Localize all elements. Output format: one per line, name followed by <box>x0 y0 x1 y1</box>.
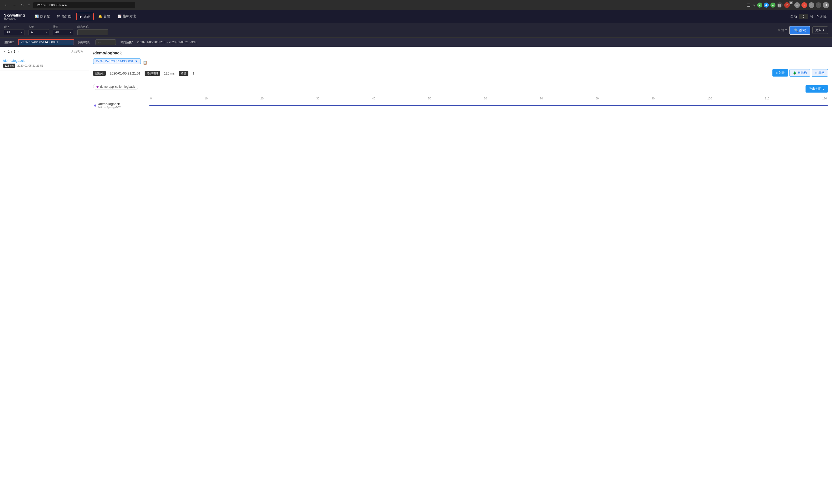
menu-icon[interactable]: ☰ <box>747 3 751 8</box>
nav-dashboard-label: 仪表盘 <box>40 14 50 19</box>
service-tag-row: demo-application-logback 导出为图片 <box>93 84 828 94</box>
duration-input[interactable] <box>96 39 116 45</box>
right-panel: /demo/logback 22.37.15782305114330001 ▼ … <box>89 47 832 504</box>
prev-page-btn[interactable]: ‹ <box>3 49 6 54</box>
logo-sub: Rocketbot <box>4 17 25 20</box>
export-btn[interactable]: 导出为图片 <box>806 85 828 92</box>
instance-filter-group: 实例 All <box>28 25 49 35</box>
duration-label: 持续时间: <box>78 40 91 45</box>
svg-rect-2 <box>778 5 780 7</box>
instance-select-wrapper: All <box>28 29 49 35</box>
table-icon: ⊞ <box>815 71 817 75</box>
compare-icon: 📈 <box>118 15 122 18</box>
status-filter-label: 状态 <box>53 25 73 29</box>
main-layout: ‹ 1 / 1 › 开始时间 ↓ /demo/logback 126 ms 20… <box>0 47 832 504</box>
instance-filter-label: 实例 <box>28 25 49 29</box>
trace-id-row: 22.37.15782305114330001 ▼ 📋 <box>93 58 828 66</box>
chevron-down-icon: ▲ <box>822 28 825 32</box>
timeline-span-row[interactable]: /demo/logback Http – SpringMVC <box>93 102 828 109</box>
seconds-input[interactable] <box>799 14 808 19</box>
auto-label: 自动 <box>790 14 797 19</box>
clear-button[interactable]: ✕ 清空 <box>778 28 787 32</box>
time-range-value: 2020-01-05 20:53:18 ~ 2020-01-05 21:23:1… <box>137 40 197 44</box>
span-meta-label: 跨度 <box>179 71 188 76</box>
user-avatar[interactable]: U <box>823 2 829 8</box>
ext-icon-9[interactable]: ≡ <box>816 2 821 8</box>
duration-meta-label: 持续时间 <box>145 71 160 76</box>
ext-icon-4[interactable] <box>777 2 783 8</box>
scale-50: 50 <box>428 97 431 100</box>
refresh-btn[interactable]: ↻ 刷新 <box>815 13 828 20</box>
trace-item-time: 2020-01-05 21:21:51 <box>17 64 43 67</box>
nav-dashboard[interactable]: 📊 仪表盘 <box>31 10 53 23</box>
url-bar[interactable] <box>33 2 135 8</box>
ext-icon-6[interactable]: A <box>794 2 800 8</box>
ext-icon-3[interactable]: ● <box>771 3 776 8</box>
service-select[interactable]: All <box>4 29 24 35</box>
trace-id-label: 追踪ID: <box>4 40 14 45</box>
ext-icon-8[interactable]: □ <box>809 2 814 8</box>
next-page-btn[interactable]: › <box>17 49 20 54</box>
copy-icon[interactable]: 📋 <box>143 60 147 64</box>
ext-icon-1[interactable]: ● <box>757 3 762 8</box>
list-view-btn[interactable]: ≡ 列表 <box>773 69 788 77</box>
svg-rect-0 <box>778 4 780 5</box>
home-btn[interactable]: ⌂ <box>27 2 31 8</box>
more-button[interactable]: 更多 ▲ <box>812 26 828 34</box>
scale-110: 110 <box>765 97 770 100</box>
nav-compare[interactable]: 📈 指标对比 <box>114 10 139 23</box>
trace-id-input[interactable] <box>18 39 74 45</box>
svg-rect-1 <box>780 4 781 5</box>
trace-detail-title: /demo/logback <box>93 51 828 55</box>
nav-topology[interactable]: 🗺 拓扑图 <box>53 10 75 23</box>
nav-alert-label: 告警 <box>104 14 110 19</box>
nav-topology-label: 拓扑图 <box>61 14 72 19</box>
back-btn[interactable]: ← <box>3 2 9 8</box>
scale-40: 40 <box>372 97 375 100</box>
filter-right-controls: ✕ 清空 🔍 搜索 更多 ▲ <box>778 26 828 35</box>
alert-icon: 🔔 <box>98 15 102 18</box>
search-bar: 追踪ID: 持续时间: 时间范围: 2020-01-05 20:53:18 ~ … <box>0 37 832 47</box>
scale-20: 20 <box>260 97 263 100</box>
search-icon: 🔍 <box>794 28 798 32</box>
nav-trace[interactable]: ▶ 追踪 <box>76 13 94 20</box>
start-time-header: 开始时间 ↓ <box>71 49 86 54</box>
list-icon: ≡ <box>776 71 778 75</box>
service-name: demo-application-logback <box>100 85 135 88</box>
trace-list-item[interactable]: /demo/logback 126 ms 2020-01-05 21:21:51 <box>0 56 89 71</box>
table-view-btn[interactable]: ⊞ 表格 <box>812 69 828 77</box>
tree-view-btn[interactable]: 🌲 树结构 <box>789 69 810 77</box>
status-select[interactable]: All <box>53 29 73 35</box>
search-button[interactable]: 🔍 搜索 <box>789 26 810 35</box>
reload-btn[interactable]: ↻ <box>19 2 25 9</box>
start-time-label: 开始时间 <box>71 50 83 53</box>
trace-id-badge: 22.37.15782305114330001 ▼ <box>93 58 141 64</box>
instance-select[interactable]: All <box>28 29 49 35</box>
trace-item-meta: 126 ms 2020-01-05 21:21:51 <box>3 63 86 68</box>
span-meta-value: 1 <box>192 72 194 75</box>
tree-icon: 🌲 <box>793 71 797 75</box>
timeline-container: 0 10 20 30 40 50 60 70 80 90 100 110 120 <box>93 97 828 109</box>
nav-trace-label: 追踪 <box>83 14 90 19</box>
span-name: /demo/logback <box>98 102 146 106</box>
list-view-label: 列表 <box>779 71 785 75</box>
bookmark-icon[interactable]: ☆ <box>752 3 756 8</box>
service-filter-label: 服务 <box>4 25 24 29</box>
forward-btn[interactable]: → <box>11 2 17 8</box>
ext-icon-7[interactable]: × <box>802 2 807 8</box>
dashboard-icon: 📊 <box>35 15 39 18</box>
endpoint-input[interactable] <box>77 29 108 35</box>
scale-0: 0 <box>150 97 152 100</box>
page-total: 1 <box>14 50 16 53</box>
time-range-label: 时间范围: <box>120 40 133 45</box>
left-panel: ‹ 1 / 1 › 开始时间 ↓ /demo/logback 126 ms 20… <box>0 47 89 504</box>
off-badge: off <box>789 1 793 4</box>
more-label: 更多 <box>815 28 821 32</box>
pagination-bar: ‹ 1 / 1 › 开始时间 ↓ <box>0 47 89 56</box>
nav-alert[interactable]: 🔔 告警 <box>95 10 114 23</box>
ext-icon-2[interactable]: ◆ <box>764 3 769 8</box>
span-bar <box>149 105 828 106</box>
dropdown-icon[interactable]: ▼ <box>135 59 138 63</box>
ext-badge-area: P off <box>784 2 790 8</box>
trace-meta-and-view: 起始点 2020-01-05 21:21:51 持续时间 126 ms 跨度 1… <box>93 69 828 81</box>
